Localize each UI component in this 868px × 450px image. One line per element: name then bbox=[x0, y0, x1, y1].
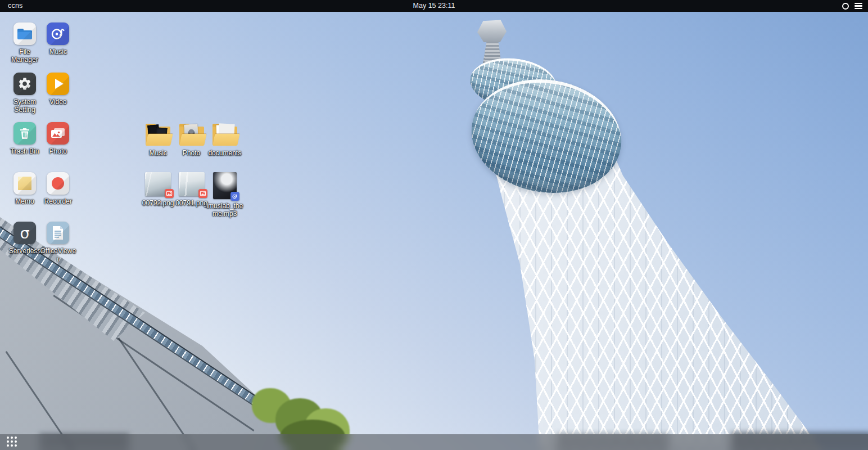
desktop-icon-folder-music[interactable]: Music bbox=[142, 122, 174, 157]
image-file-thumbnail bbox=[145, 172, 171, 196]
clock-label: May 15 23:11 bbox=[0, 0, 868, 12]
desktop-icon-file-manager[interactable]: File Manager bbox=[8, 22, 41, 64]
top-bar: ccns May 15 23:11 bbox=[0, 0, 868, 12]
desktop-icon-serverless-app[interactable]: σServerless bbox=[8, 222, 41, 255]
icon-label: Photo bbox=[173, 149, 210, 157]
record-dot-icon bbox=[52, 177, 64, 190]
photo-app-icon bbox=[47, 122, 69, 145]
icon-label: Music bbox=[139, 149, 177, 157]
video-app-icon bbox=[47, 73, 69, 95]
icon-label: 00791.png bbox=[173, 199, 210, 207]
desktop-icon-memo-app[interactable]: Memo bbox=[8, 172, 41, 205]
desktop-icon-trash-bin[interactable]: Trash Bin bbox=[8, 122, 41, 155]
file-manager-icon bbox=[13, 22, 36, 45]
play-icon bbox=[55, 79, 64, 89]
icon-label: File Manager bbox=[6, 48, 43, 64]
serverless-icon: σ bbox=[13, 222, 36, 244]
status-ring-icon[interactable] bbox=[842, 3, 849, 10]
music-app-icon bbox=[47, 22, 69, 45]
icon-label: imuslab_theme.mp3 bbox=[206, 202, 243, 218]
desktop-icon-recorder-app[interactable]: Recorder bbox=[42, 172, 74, 205]
music-folder-icon bbox=[145, 124, 171, 146]
icon-label: Trash Bin bbox=[6, 147, 43, 155]
desktop-icon-file-00791[interactable]: 00791.png bbox=[175, 172, 208, 207]
image-file-thumbnail bbox=[179, 172, 205, 196]
icon-label: Photo bbox=[39, 147, 76, 155]
memo-icon bbox=[13, 172, 36, 195]
desktop-icon-file-imuslab-theme[interactable]: imuslab_theme.mp3 bbox=[209, 172, 241, 218]
icon-label: Video bbox=[39, 98, 76, 106]
audio-file-thumbnail bbox=[213, 172, 237, 199]
photo-folder-icon bbox=[179, 124, 205, 146]
taskbar bbox=[0, 434, 868, 450]
desktop-icon-system-setting[interactable]: System Setting bbox=[8, 73, 41, 114]
desktop-icon-photo-app[interactable]: Photo bbox=[42, 122, 74, 155]
trash-bin-icon bbox=[13, 122, 36, 145]
icon-label: Memo bbox=[6, 197, 43, 205]
desktop-icon-music-app[interactable]: Music bbox=[42, 22, 74, 56]
system-setting-icon bbox=[13, 73, 36, 95]
top-bar-right bbox=[842, 0, 862, 12]
image-badge-icon bbox=[198, 189, 207, 198]
icon-label: Serverless bbox=[6, 247, 43, 255]
menu-icon[interactable] bbox=[855, 3, 862, 10]
image-badge-icon bbox=[165, 189, 174, 198]
desktop-icon-folder-documents[interactable]: documents bbox=[209, 122, 241, 157]
documents-folder-icon bbox=[212, 124, 238, 146]
icon-label: OfficeViewer bbox=[39, 247, 76, 263]
desktop-screen: ccns May 15 23:11 File ManagerMusicSyste… bbox=[0, 0, 868, 450]
icon-label: Music bbox=[39, 48, 76, 56]
desktop-icon-file-00792[interactable]: 00792.png bbox=[142, 172, 174, 207]
icon-label: documents bbox=[206, 149, 243, 157]
app-launcher-button[interactable] bbox=[7, 436, 18, 448]
icon-label: 00792.png bbox=[139, 199, 177, 207]
desktop-icon-folder-photo[interactable]: Photo bbox=[175, 122, 208, 157]
desktop-icon-area[interactable]: File ManagerMusicSystem SettingVideoTras… bbox=[0, 12, 868, 434]
recorder-icon bbox=[47, 172, 69, 195]
desktop-icon-video-app[interactable]: Video bbox=[42, 73, 74, 106]
desktop-icon-office-viewer[interactable]: OfficeViewer bbox=[42, 222, 74, 263]
office-viewer-icon bbox=[47, 222, 69, 244]
icon-label: Recorder bbox=[39, 197, 76, 205]
icon-label: System Setting bbox=[6, 98, 43, 114]
audio-badge-icon bbox=[230, 192, 239, 201]
